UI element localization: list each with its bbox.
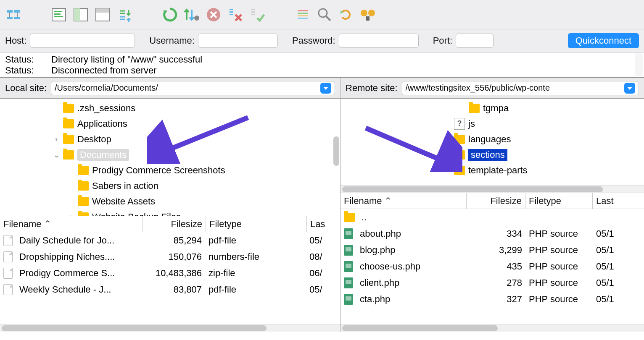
tree-item[interactable]: template-parts: [340, 162, 644, 178]
rcol-filename[interactable]: Filename⌃: [340, 193, 467, 209]
rcol-filetype[interactable]: Filetype: [525, 193, 593, 209]
tree-label: tgmpa: [483, 103, 509, 114]
rcol-lastmod[interactable]: Last: [593, 193, 644, 209]
toggle-local-tree-icon[interactable]: [71, 5, 90, 24]
file-type: zip-file: [205, 268, 306, 279]
col-filename[interactable]: Filename⌃: [0, 216, 143, 232]
local-path-input[interactable]: /Users/cornelia/Documents/: [51, 81, 335, 95]
folder-icon: [63, 135, 74, 144]
file-row[interactable]: ..: [340, 209, 644, 225]
file-name: client.php: [356, 277, 467, 288]
file-size: 150,076: [142, 251, 205, 262]
reconnect-icon[interactable]: [248, 5, 267, 24]
toggle-remote-tree-icon[interactable]: [93, 5, 112, 24]
tree-item[interactable]: ›Desktop: [0, 131, 340, 147]
toggle-log-icon[interactable]: [50, 5, 68, 24]
chevron-icon[interactable]: ⌄: [53, 150, 60, 160]
svg-rect-21: [251, 11, 255, 13]
tree-item[interactable]: ?js: [340, 116, 644, 131]
file-name: about.php: [356, 228, 467, 239]
file-row[interactable]: cta.php 327 PHP source 05/1: [340, 291, 644, 307]
folder-icon: [63, 119, 74, 128]
search-icon[interactable]: [315, 5, 334, 24]
local-site-label: Local site:: [5, 83, 47, 94]
rcol-filesize[interactable]: Filesize: [467, 193, 525, 209]
remote-file-list[interactable]: .. about.php 334 PHP source 05/1blog.php…: [340, 209, 644, 324]
refresh-icon[interactable]: [161, 5, 179, 24]
file-row[interactable]: Daily Schedule for Jo... 85,294 pdf-file…: [0, 232, 340, 248]
cancel-icon[interactable]: [204, 5, 223, 24]
tree-item[interactable]: languages: [340, 131, 644, 147]
remote-path-input[interactable]: /www/testingsitex_556/public/wp-conte: [402, 81, 639, 95]
tree-item[interactable]: Applications: [0, 116, 340, 131]
svg-rect-8: [54, 13, 61, 15]
chevron-icon[interactable]: ›: [68, 212, 74, 216]
toggle-queue-icon[interactable]: [115, 5, 134, 24]
tree-item[interactable]: Website Assets: [0, 194, 340, 209]
tree-item[interactable]: tgmpa: [340, 100, 644, 116]
remote-h-scroll[interactable]: [340, 324, 644, 332]
svg-rect-24: [298, 13, 308, 14]
tree-item[interactable]: ⌄Documents: [0, 147, 340, 162]
local-h-scroll[interactable]: [0, 324, 340, 332]
local-tree-scroll-thumb[interactable]: [333, 136, 339, 166]
port-input[interactable]: [456, 34, 494, 48]
remote-path-dropdown[interactable]: [624, 83, 635, 94]
svg-point-27: [319, 9, 327, 17]
file-name: Weekly Schedule - J...: [16, 284, 142, 295]
col-filesize[interactable]: Filesize: [143, 216, 206, 232]
chevron-icon[interactable]: ›: [53, 135, 60, 144]
local-file-list[interactable]: Daily Schedule for Jo... 85,294 pdf-file…: [0, 232, 340, 324]
col-lastmod[interactable]: Las: [307, 216, 340, 232]
folder-icon: [78, 166, 89, 175]
sync-browse-icon[interactable]: [337, 5, 356, 24]
file-row[interactable]: Weekly Schedule - J... 83,807 pdf-file 0…: [0, 281, 340, 298]
folder-icon: [63, 104, 74, 113]
file-row[interactable]: choose-us.php 435 PHP source 05/1: [340, 258, 644, 275]
process-queue-icon[interactable]: [182, 5, 201, 24]
svg-rect-32: [366, 16, 370, 21]
filter-icon[interactable]: [293, 5, 312, 24]
svg-rect-2: [7, 17, 13, 19]
tree-label: Website Backup Files: [92, 212, 181, 217]
svg-marker-33: [323, 87, 328, 90]
local-path-dropdown[interactable]: [320, 83, 331, 94]
host-input[interactable]: [30, 34, 135, 48]
tree-label: Prodigy Commerce Screenshots: [92, 165, 225, 176]
folder-icon: [454, 166, 465, 175]
php-file-icon: [344, 277, 353, 288]
compare-icon[interactable]: [359, 5, 377, 24]
file-row[interactable]: Prodigy Commerce S... 10,483,386 zip-fil…: [0, 265, 340, 281]
quickconnect-button[interactable]: Quickconnect: [568, 33, 639, 48]
file-row[interactable]: Dropshipping Niches.... 150,076 numbers-…: [0, 248, 340, 265]
file-row[interactable]: client.php 278 PHP source 05/1: [340, 275, 644, 291]
site-manager-icon[interactable]: [4, 5, 23, 24]
disconnect-icon[interactable]: [226, 5, 245, 24]
folder-icon: [344, 213, 355, 222]
file-size: 10,483,386: [142, 268, 205, 279]
svg-rect-19: [230, 14, 233, 15]
col-filetype[interactable]: Filetype: [206, 216, 307, 232]
file-row[interactable]: blog.php 3,299 PHP source 05/1: [340, 242, 644, 258]
tree-item[interactable]: ›Website Backup Files: [0, 209, 340, 216]
tree-item[interactable]: sections: [340, 147, 644, 162]
tree-label: template-parts: [468, 165, 528, 176]
tree-item[interactable]: Prodigy Commerce Screenshots: [0, 162, 340, 178]
log-scrollbar[interactable]: [635, 53, 643, 76]
php-file-icon: [344, 294, 353, 305]
remote-tree[interactable]: tgmpa?jslanguagessectionstemplate-parts: [340, 99, 644, 193]
username-input[interactable]: [198, 34, 278, 48]
php-file-icon: [344, 245, 353, 256]
file-name: Daily Schedule for Jo...: [16, 235, 142, 246]
svg-rect-11: [74, 8, 80, 21]
remote-tree-h-scroll[interactable]: [340, 185, 644, 193]
local-tree[interactable]: .zsh_sessionsApplications›Desktop⌄Docume…: [0, 99, 340, 216]
tree-label: js: [468, 118, 475, 129]
php-file-icon: [344, 228, 353, 239]
file-row[interactable]: about.php 334 PHP source 05/1: [340, 225, 644, 242]
file-type: PHP source: [525, 277, 593, 288]
tree-item[interactable]: .zsh_sessions: [0, 100, 340, 116]
tree-label: Documents: [77, 149, 129, 161]
tree-item[interactable]: Sabers in action: [0, 178, 340, 194]
password-input[interactable]: [339, 34, 419, 48]
